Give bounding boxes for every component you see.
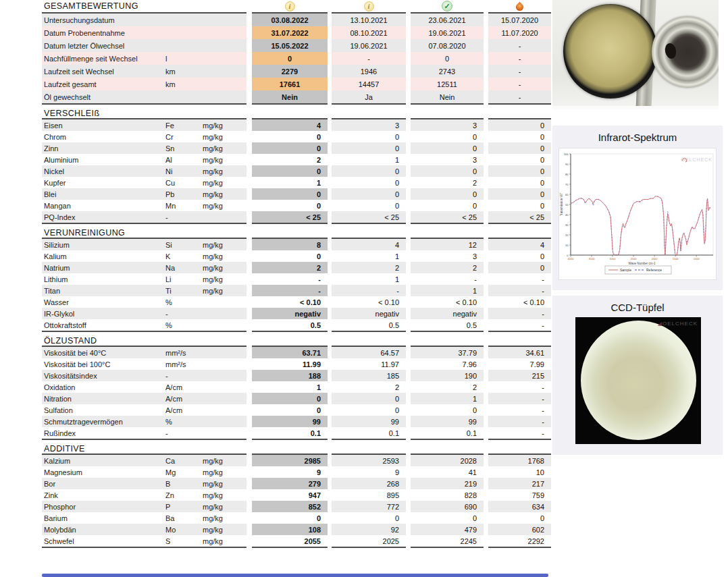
x-tick-label: 4000 [568, 257, 575, 260]
cell-value: 19.06.2021 [350, 42, 387, 50]
y-axis-label: Transmission %T [560, 192, 563, 216]
cell-value: 9 [317, 468, 321, 476]
cell-value: 7.96 [463, 360, 477, 368]
value-cell: 0 [252, 393, 328, 404]
value-cell: - [332, 285, 406, 296]
row-label: Zink [42, 491, 165, 499]
value-cell: 2 [332, 262, 406, 273]
row-label-block: KalziumCamg/kg [42, 455, 246, 466]
x-tick-label: 1500 [673, 257, 679, 260]
table-row: Untersuchungsdatum03.08.202213.10.202123… [42, 13, 551, 26]
value-cell: 34.61 [488, 347, 551, 358]
value-cell: - [488, 39, 551, 52]
value-cell: 2 [411, 262, 484, 273]
value-cell: 0 [252, 250, 328, 262]
cell-value: < 25 [462, 213, 477, 221]
value-cell: 0.5 [411, 319, 484, 331]
cell-value: Nein [440, 93, 455, 101]
cell-value: 11.07.2020 [501, 29, 538, 37]
cell-value: 10 [536, 468, 544, 476]
cell-value: - [542, 275, 544, 283]
header-column-0 [252, 443, 328, 454]
table-row: TitanTimg/kg--1- [42, 285, 551, 296]
value-cell: 0 [488, 262, 551, 273]
row-symbol: Si [165, 241, 203, 249]
value-cell: 63.71 [252, 347, 328, 358]
cell-value: Nein [282, 93, 298, 101]
row-symbol: B [165, 480, 203, 488]
cell-value: - [396, 287, 399, 295]
cell-value: 2279 [282, 67, 298, 76]
value-cell: 2 [252, 262, 328, 273]
row-unit: mg/kg [203, 252, 246, 260]
cell-value: 1 [395, 275, 399, 283]
row-unit: mg/kg [203, 287, 246, 295]
row-label-block: Datum letzter Ölwechsel [42, 39, 246, 52]
header-column-2: ✓ [411, 0, 484, 12]
row-symbol: Pb [165, 190, 203, 198]
row-unit: mg/kg [203, 526, 246, 534]
value-cell: 190 [411, 370, 484, 381]
value-cell: Nein [411, 90, 484, 103]
value-cell: 03.08.2022 [252, 13, 328, 26]
value-cell: - [252, 285, 328, 296]
value-cell: 0 [488, 512, 551, 524]
table-row: IR-Glykol-negativnegativnegativ- [42, 308, 551, 319]
value-cell: 92 [332, 524, 406, 535]
cell-value: 19.06.2021 [428, 29, 465, 37]
value-cell: 0 [332, 177, 406, 188]
cell-value: 0 [473, 406, 477, 414]
row-label: Magnesium [42, 468, 165, 476]
value-cell: 37.79 [411, 347, 484, 358]
cell-value: 0 [317, 144, 321, 153]
row-label: Nitration [42, 395, 165, 403]
cell-value: 0 [540, 167, 544, 175]
bottom-scrollbar[interactable] [42, 574, 548, 577]
value-cell: - [488, 65, 551, 78]
row-label: Blei [42, 190, 165, 198]
table-row: Ottokraftstoff%0.50.50.5- [42, 319, 551, 331]
value-cell: 15.07.2020 [488, 13, 551, 26]
value-cell: 64.57 [332, 347, 406, 358]
value-cell: 99 [332, 416, 406, 427]
table-row: Rußindex-0.10.10.1- [42, 427, 551, 439]
value-cell: 2245 [411, 535, 484, 547]
section-header-row: ÖLZUSTAND [42, 335, 551, 346]
row-unit: mg/kg [203, 156, 246, 164]
cell-value: 0 [540, 121, 544, 130]
table-row: Viskosität bei 100°Cmm²/s11.9911.977.967… [42, 358, 551, 370]
section-title: ADDITIVE [42, 444, 85, 454]
value-cell: 2028 [411, 455, 484, 466]
row-symbol: Na [165, 264, 203, 272]
value-cell: 215 [488, 370, 551, 381]
row-symbol: - [165, 429, 203, 437]
value-cell: 217 [488, 478, 551, 489]
header-column-1 [332, 335, 406, 346]
table-row: Datum Probenentnahme31.07.202208.10.2021… [42, 26, 551, 39]
series-reference [571, 196, 710, 255]
row-label: Kalzium [42, 457, 165, 465]
cell-value: 3 [473, 156, 477, 164]
value-cell: - [488, 381, 551, 393]
rule-segment [488, 223, 551, 224]
row-label: Mangan [42, 202, 165, 210]
row-symbol: Zn [165, 491, 203, 499]
cell-value: 9 [395, 468, 399, 476]
value-cell: 0 [252, 188, 328, 200]
rule-segment [252, 331, 328, 332]
row-symbol: Ti [165, 287, 203, 295]
value-cell: 19.06.2021 [411, 26, 484, 39]
value-cell: 1 [411, 285, 484, 296]
rule-segment [42, 331, 246, 332]
cell-value: 23.06.2021 [428, 16, 465, 24]
row-unit: mg/kg [203, 514, 246, 522]
value-cell: < 25 [332, 211, 406, 223]
value-cell: 2593 [332, 455, 406, 466]
value-cell: 1 [252, 381, 328, 393]
cell-value: 634 [532, 503, 544, 511]
header-column-2 [411, 335, 484, 346]
cell-value: 0 [317, 202, 321, 210]
table-row: LithiumLimg/kg-1-- [42, 273, 551, 285]
y-tick-label: 60 [565, 193, 569, 196]
value-cell: 17661 [252, 78, 328, 90]
